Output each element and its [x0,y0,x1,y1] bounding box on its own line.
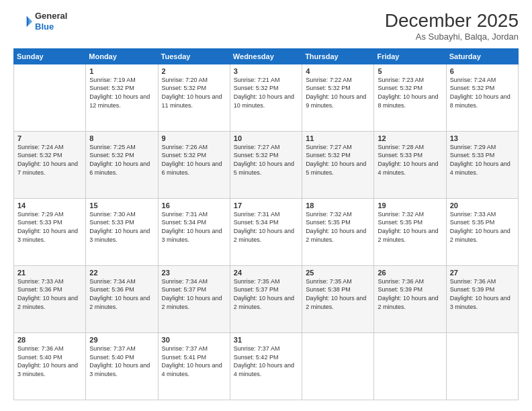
day-number: 25 [306,269,370,277]
day-info: Sunrise: 7:24 AM Sunset: 5:32 PM Dayligh… [450,76,515,109]
day-info: Sunrise: 7:33 AM Sunset: 5:35 PM Dayligh… [450,210,515,244]
title-section: December 2025 As Subayhi, Balqa, Jordan [385,11,519,42]
page: General Blue December 2025 As Subayhi, B… [0,0,532,411]
day-number: 22 [89,269,154,277]
day-number: 30 [162,336,226,344]
calendar-header-row: SundayMondayTuesdayWednesdayThursdayFrid… [14,48,519,64]
logo-line1: General [35,11,67,21]
day-number: 5 [378,67,442,75]
day-number: 9 [162,134,226,142]
day-header-friday: Friday [374,48,446,64]
day-number: 23 [162,269,226,277]
day-info: Sunrise: 7:35 AM Sunset: 5:38 PM Dayligh… [306,277,370,311]
day-info: Sunrise: 7:28 AM Sunset: 5:33 PM Dayligh… [378,143,442,177]
day-cell [14,64,86,131]
day-header-sunday: Sunday [14,48,86,64]
day-cell: 29 Sunrise: 7:37 AM Sunset: 5:40 PM Dayl… [86,332,158,400]
day-info: Sunrise: 7:36 AM Sunset: 5:39 PM Dayligh… [378,277,442,311]
day-info: Sunrise: 7:37 AM Sunset: 5:40 PM Dayligh… [89,345,154,378]
day-header-saturday: Saturday [446,48,518,64]
day-number: 20 [450,201,515,210]
day-cell: 9 Sunrise: 7:26 AM Sunset: 5:32 PM Dayli… [158,131,230,198]
day-cell: 23 Sunrise: 7:34 AM Sunset: 5:37 PM Dayl… [158,265,230,332]
day-cell: 5 Sunrise: 7:23 AM Sunset: 5:32 PM Dayli… [374,64,446,131]
day-number: 11 [306,134,370,142]
day-number: 28 [17,336,82,344]
day-info: Sunrise: 7:23 AM Sunset: 5:32 PM Dayligh… [378,76,442,109]
day-cell: 12 Sunrise: 7:28 AM Sunset: 5:33 PM Dayl… [374,131,446,198]
day-info: Sunrise: 7:31 AM Sunset: 5:34 PM Dayligh… [234,210,298,244]
day-info: Sunrise: 7:36 AM Sunset: 5:39 PM Dayligh… [450,277,515,311]
day-number: 14 [17,201,82,210]
day-cell: 17 Sunrise: 7:31 AM Sunset: 5:34 PM Dayl… [230,198,302,265]
day-info: Sunrise: 7:20 AM Sunset: 5:32 PM Dayligh… [162,76,226,109]
day-info: Sunrise: 7:29 AM Sunset: 5:33 PM Dayligh… [17,210,82,244]
day-info: Sunrise: 7:32 AM Sunset: 5:35 PM Dayligh… [378,210,442,244]
day-number: 1 [89,67,154,75]
day-info: Sunrise: 7:34 AM Sunset: 5:36 PM Dayligh… [89,277,154,311]
day-info: Sunrise: 7:33 AM Sunset: 5:36 PM Dayligh… [17,277,82,311]
week-row-3: 21 Sunrise: 7:33 AM Sunset: 5:36 PM Dayl… [14,265,519,332]
day-info: Sunrise: 7:36 AM Sunset: 5:40 PM Dayligh… [17,345,82,378]
day-cell: 26 Sunrise: 7:36 AM Sunset: 5:39 PM Dayl… [374,265,446,332]
svg-marker-1 [28,17,32,25]
day-info: Sunrise: 7:26 AM Sunset: 5:32 PM Dayligh… [162,143,226,177]
day-info: Sunrise: 7:30 AM Sunset: 5:33 PM Dayligh… [89,210,154,244]
day-number: 4 [306,67,370,75]
day-number: 2 [162,67,226,75]
location: As Subayhi, Balqa, Jordan [385,32,519,42]
day-cell: 10 Sunrise: 7:27 AM Sunset: 5:32 PM Dayl… [230,131,302,198]
week-row-2: 14 Sunrise: 7:29 AM Sunset: 5:33 PM Dayl… [14,198,519,265]
day-cell: 1 Sunrise: 7:19 AM Sunset: 5:32 PM Dayli… [86,64,158,131]
day-cell: 22 Sunrise: 7:34 AM Sunset: 5:36 PM Dayl… [86,265,158,332]
day-number: 31 [234,336,298,344]
logo-icon [13,12,32,31]
day-cell: 13 Sunrise: 7:29 AM Sunset: 5:33 PM Dayl… [446,131,518,198]
day-info: Sunrise: 7:34 AM Sunset: 5:37 PM Dayligh… [162,277,226,311]
logo-text: General Blue [35,11,67,32]
day-cell: 25 Sunrise: 7:35 AM Sunset: 5:38 PM Dayl… [302,265,374,332]
day-number: 21 [17,269,82,277]
day-number: 7 [17,134,82,142]
day-info: Sunrise: 7:37 AM Sunset: 5:42 PM Dayligh… [234,345,298,378]
day-number: 16 [162,201,226,210]
day-number: 29 [89,336,154,344]
day-cell [446,332,518,400]
day-info: Sunrise: 7:22 AM Sunset: 5:32 PM Dayligh… [306,76,370,109]
day-info: Sunrise: 7:27 AM Sunset: 5:32 PM Dayligh… [306,143,370,177]
day-cell: 18 Sunrise: 7:32 AM Sunset: 5:35 PM Dayl… [302,198,374,265]
day-cell: 21 Sunrise: 7:33 AM Sunset: 5:36 PM Dayl… [14,265,86,332]
day-number: 15 [89,201,154,210]
day-info: Sunrise: 7:37 AM Sunset: 5:41 PM Dayligh… [162,345,226,378]
day-number: 27 [450,269,515,277]
week-row-0: 1 Sunrise: 7:19 AM Sunset: 5:32 PM Dayli… [14,64,519,131]
day-number: 6 [450,67,515,75]
week-row-1: 7 Sunrise: 7:24 AM Sunset: 5:32 PM Dayli… [14,131,519,198]
day-info: Sunrise: 7:21 AM Sunset: 5:32 PM Dayligh… [234,76,298,109]
day-cell: 19 Sunrise: 7:32 AM Sunset: 5:35 PM Dayl… [374,198,446,265]
day-cell [374,332,446,400]
day-number: 10 [234,134,298,142]
day-cell: 27 Sunrise: 7:36 AM Sunset: 5:39 PM Dayl… [446,265,518,332]
logo: General Blue [13,11,67,32]
day-cell: 30 Sunrise: 7:37 AM Sunset: 5:41 PM Dayl… [158,332,230,400]
day-cell: 8 Sunrise: 7:25 AM Sunset: 5:32 PM Dayli… [86,131,158,198]
day-number: 12 [378,134,442,142]
day-number: 24 [234,269,298,277]
day-number: 8 [89,134,154,142]
day-cell: 28 Sunrise: 7:36 AM Sunset: 5:40 PM Dayl… [14,332,86,400]
day-cell: 15 Sunrise: 7:30 AM Sunset: 5:33 PM Dayl… [86,198,158,265]
day-cell: 24 Sunrise: 7:35 AM Sunset: 5:37 PM Dayl… [230,265,302,332]
day-number: 19 [378,201,442,210]
logo-line2: Blue [35,21,67,32]
day-cell: 14 Sunrise: 7:29 AM Sunset: 5:33 PM Dayl… [14,198,86,265]
day-info: Sunrise: 7:29 AM Sunset: 5:33 PM Dayligh… [450,143,515,177]
day-header-monday: Monday [86,48,158,64]
day-header-wednesday: Wednesday [230,48,302,64]
day-cell: 20 Sunrise: 7:33 AM Sunset: 5:35 PM Dayl… [446,198,518,265]
day-cell: 6 Sunrise: 7:24 AM Sunset: 5:32 PM Dayli… [446,64,518,131]
calendar-table: SundayMondayTuesdayWednesdayThursdayFrid… [13,48,519,400]
day-cell: 7 Sunrise: 7:24 AM Sunset: 5:32 PM Dayli… [14,131,86,198]
day-info: Sunrise: 7:35 AM Sunset: 5:37 PM Dayligh… [234,277,298,311]
day-cell: 16 Sunrise: 7:31 AM Sunset: 5:34 PM Dayl… [158,198,230,265]
